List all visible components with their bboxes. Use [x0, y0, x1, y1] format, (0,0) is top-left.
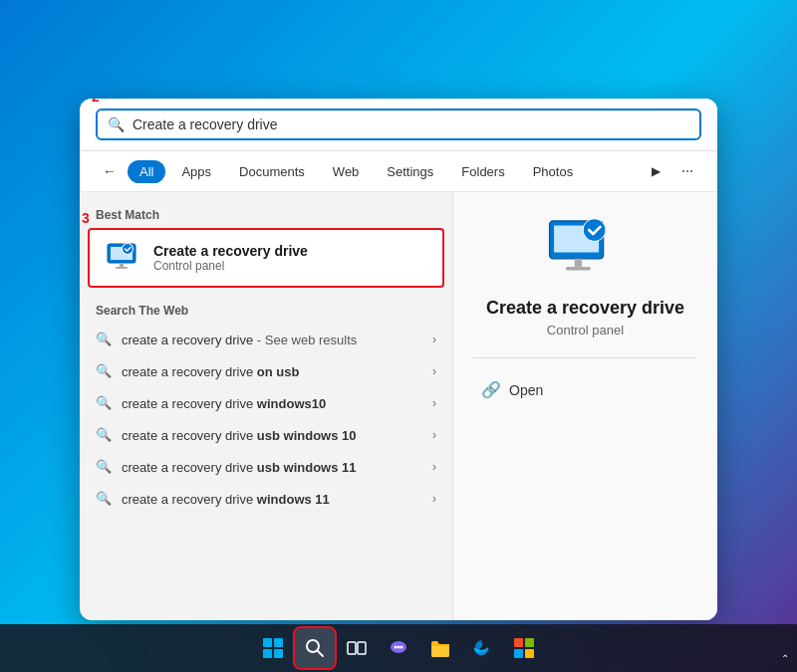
web-search-icon-3: 🔍 — [96, 395, 112, 411]
web-item-text-5: create a recovery drive usb windows 11 — [122, 460, 422, 475]
svg-rect-13 — [274, 638, 283, 647]
web-item-chevron-5: › — [432, 460, 436, 474]
tab-back-button[interactable]: ← — [96, 157, 124, 185]
web-item-text-3: create a recovery drive windows10 — [122, 396, 422, 411]
svg-point-22 — [398, 646, 400, 649]
taskbar-chevron-button[interactable]: ⌃ — [781, 653, 789, 664]
taskbar-edge-button[interactable] — [462, 628, 502, 668]
svg-rect-12 — [263, 638, 272, 647]
web-item-text-4: create a recovery drive usb windows 10 — [122, 428, 422, 443]
tab-apps[interactable]: Apps — [169, 160, 223, 183]
detail-subtitle: Control panel — [547, 323, 624, 337]
filter-tabs: ← All Apps Documents Web Settings Folder… — [80, 151, 717, 192]
best-match-app-icon — [106, 240, 141, 276]
open-action-icon: 🔗 — [481, 380, 501, 399]
svg-rect-27 — [525, 649, 534, 658]
svg-rect-3 — [116, 267, 128, 269]
svg-rect-18 — [348, 642, 356, 654]
svg-point-11 — [583, 219, 605, 241]
web-item-chevron-3: › — [432, 396, 436, 410]
web-search-icon-2: 🔍 — [96, 363, 112, 379]
web-item-chevron-6: › — [432, 492, 436, 506]
svg-rect-24 — [514, 638, 523, 647]
search-input-wrapper: 2 🔍 — [96, 109, 701, 140]
detail-divider — [473, 357, 697, 358]
best-match-subtitle: Control panel — [153, 259, 426, 273]
tab-all[interactable]: All — [128, 160, 165, 183]
taskbar-search-button[interactable] — [295, 628, 335, 668]
search-popup: 2 🔍 ← All Apps Documents Web Settings Fo… — [80, 99, 717, 620]
search-input[interactable] — [133, 116, 689, 132]
taskbar-taskview-button[interactable] — [337, 628, 377, 668]
open-action[interactable]: 🔗 Open — [473, 374, 551, 405]
web-item-win11[interactable]: 🔍 create a recovery drive windows 11 › — [80, 483, 452, 515]
search-icon: 🔍 — [108, 116, 125, 132]
taskbar: ⌃ — [0, 624, 797, 672]
web-item-on-usb[interactable]: 🔍 create a recovery drive on usb › — [80, 355, 452, 387]
web-search-icon-6: 🔍 — [96, 491, 112, 507]
web-item-usb-win11[interactable]: 🔍 create a recovery drive usb windows 11… — [80, 451, 452, 483]
svg-rect-8 — [574, 259, 581, 267]
tab-folders[interactable]: Folders — [449, 160, 516, 183]
svg-rect-14 — [263, 649, 272, 658]
tab-web[interactable]: Web — [321, 160, 372, 183]
web-search-icon-5: 🔍 — [96, 459, 112, 475]
taskbar-store-button[interactable] — [504, 628, 544, 668]
detail-app-icon — [546, 216, 626, 286]
open-action-label: Open — [509, 382, 543, 398]
web-item-see-web[interactable]: 🔍 create a recovery drive - See web resu… — [80, 324, 452, 355]
tab-settings[interactable]: Settings — [375, 160, 445, 183]
svg-line-17 — [318, 651, 324, 657]
search-input-area: 2 🔍 — [80, 99, 717, 151]
web-item-text-6: create a recovery drive windows 11 — [122, 492, 422, 507]
web-item-chevron-4: › — [432, 428, 436, 442]
tab-photos[interactable]: Photos — [521, 160, 585, 183]
taskbar-explorer-button[interactable] — [420, 628, 460, 668]
best-match-label: Best match — [80, 204, 452, 228]
svg-point-5 — [123, 244, 133, 254]
svg-point-23 — [400, 646, 403, 649]
svg-rect-9 — [565, 267, 590, 271]
right-panel: Create a recovery drive Control panel 🔗 … — [453, 192, 717, 620]
svg-rect-25 — [525, 638, 534, 647]
best-match-title: Create a recovery drive — [153, 243, 426, 259]
step2-badge: 2 — [92, 99, 100, 105]
best-match-text: Create a recovery drive Control panel — [153, 243, 426, 273]
svg-point-21 — [395, 646, 398, 649]
taskbar-chat-button[interactable] — [379, 628, 418, 668]
tab-play-button[interactable]: ▶ — [642, 157, 669, 185]
web-item-windows10[interactable]: 🔍 create a recovery drive windows10 › — [80, 387, 452, 419]
taskbar-start-button[interactable] — [253, 628, 293, 668]
web-search-label: Search the web — [80, 300, 452, 324]
svg-rect-15 — [274, 649, 283, 658]
web-item-usb-win10[interactable]: 🔍 create a recovery drive usb windows 10… — [80, 419, 452, 451]
detail-title: Create a recovery drive — [486, 298, 684, 319]
step3-badge: 3 — [82, 210, 90, 226]
web-item-text-2: create a recovery drive on usb — [122, 364, 422, 379]
tab-documents[interactable]: Documents — [227, 160, 317, 183]
web-item-chevron-1: › — [432, 333, 436, 346]
best-match-item[interactable]: Create a recovery drive Control panel — [88, 228, 444, 288]
web-search-icon-4: 🔍 — [96, 427, 112, 443]
web-search-section: Search the web 🔍 create a recovery drive… — [80, 300, 452, 523]
svg-rect-26 — [514, 649, 523, 658]
tab-more-area: ▶ ⋯ — [642, 157, 701, 185]
svg-rect-2 — [120, 263, 124, 267]
svg-rect-19 — [358, 642, 366, 654]
tab-ellipsis-button[interactable]: ⋯ — [673, 157, 701, 185]
web-item-chevron-2: › — [432, 364, 436, 378]
left-panel: Best match 3 — [80, 192, 453, 620]
search-content: Best match 3 — [80, 192, 717, 620]
taskbar-icons — [253, 628, 544, 668]
web-search-icon-1: 🔍 — [96, 332, 112, 347]
web-item-text-1: create a recovery drive - See web result… — [122, 333, 422, 347]
